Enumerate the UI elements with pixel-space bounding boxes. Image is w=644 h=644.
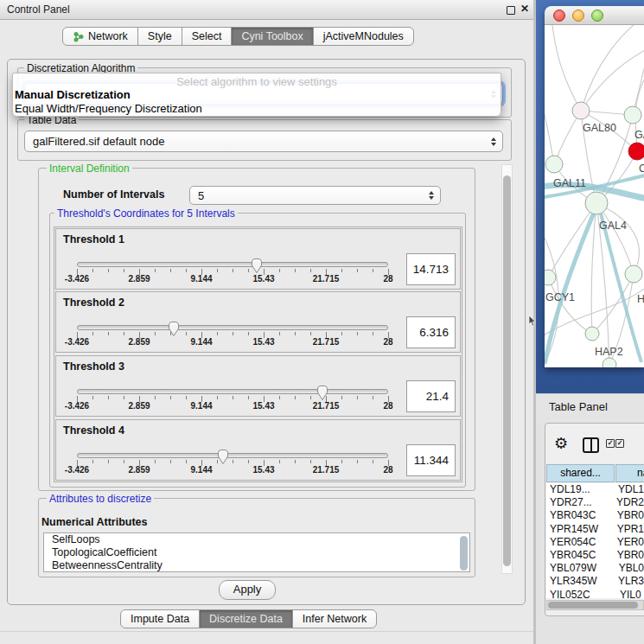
close-icon[interactable]: ✕ [520, 3, 529, 15]
network-node-gal4[interactable] [585, 192, 608, 214]
network-node-gal80[interactable] [572, 102, 590, 119]
network-node-h[interactable] [625, 265, 642, 283]
table-row[interactable]: YBR043CYBR0 [546, 509, 644, 522]
threshold-value-field[interactable]: 14.713 [406, 253, 456, 285]
columns-icon[interactable] [583, 437, 599, 453]
network-node[interactable] [603, 358, 616, 367]
control-panel-title-bar [0, 0, 536, 20]
network-canvas[interactable]: GAL80GACGAL11GAL4GCY1HHAP2 [545, 25, 644, 367]
table-rows[interactable]: YDL19...YDL1YDR27...YDR2YBR043CYBR0YPR14… [546, 483, 644, 598]
network-edge[interactable] [633, 42, 644, 115]
table-row[interactable]: YBR045CYBR0 [546, 549, 644, 562]
slider-tick [341, 396, 342, 399]
network-node-ga[interactable] [624, 106, 641, 124]
slider-tick-label: 9.144 [190, 465, 212, 475]
table-row[interactable]: YBL079WYBL0 [546, 562, 644, 575]
checkbox-icon[interactable]: ✓ [606, 439, 615, 448]
slider-tick [310, 269, 311, 272]
attribute-list-item[interactable]: SelfLoops [44, 533, 469, 546]
network-edge[interactable] [545, 94, 554, 164]
table-row[interactable]: YPR145WYPR1 [546, 523, 644, 536]
mac-close-icon[interactable] [553, 10, 565, 22]
tab-jactivemnodules[interactable]: jActiveMNodules [313, 27, 414, 46]
table-column-header[interactable]: shared... [546, 464, 615, 482]
network-node-hap2[interactable] [585, 327, 599, 341]
numerical-attributes-list[interactable]: SelfLoopsTopologicalCoefficientBetweenne… [43, 532, 470, 572]
tab-style[interactable]: Style [137, 27, 182, 46]
number-of-intervals-spinner[interactable]: 5 [189, 186, 441, 205]
table-hscrollbar-thumb[interactable] [548, 602, 638, 609]
tab-impute-data[interactable]: Impute Data [120, 609, 200, 628]
slider-track[interactable] [77, 262, 388, 267]
network-node-gcy1[interactable] [545, 270, 556, 285]
slider-tick [295, 269, 296, 272]
slider-tick [124, 460, 124, 463]
cell-shared-name: YLR345W [546, 575, 614, 588]
cell-shared-name: YPR145W [546, 523, 613, 536]
slider-tick [341, 460, 342, 463]
float-window-icon[interactable] [507, 6, 515, 15]
tab-label: Impute Data [131, 613, 189, 625]
network-edge[interactable] [552, 25, 581, 111]
slider-thumb[interactable] [167, 321, 181, 341]
attribute-list-item[interactable]: BetweennessCentrality [44, 559, 469, 572]
slider-tick-label: 15.43 [252, 337, 274, 347]
tab-infer-network[interactable]: Infer Network [292, 609, 377, 628]
slider-tick [373, 460, 373, 463]
network-highlight-edge[interactable] [600, 210, 641, 362]
slider-tick [108, 332, 109, 335]
slider-track[interactable] [77, 325, 388, 330]
cell-name: YBL0 [615, 562, 644, 575]
table-column-header[interactable]: name [615, 464, 644, 482]
threshold-value-field[interactable]: 21.4 [406, 380, 456, 412]
dropdown-option-equal-width[interactable]: Equal Width/Frequency Discretization [15, 102, 202, 115]
network-node-c[interactable] [628, 143, 644, 160]
table-row[interactable]: YDR27...YDR2 [546, 496, 644, 509]
slider-thumb[interactable] [316, 385, 329, 405]
tab-label: Select [192, 30, 222, 42]
network-highlight-edge[interactable] [545, 207, 596, 364]
mac-zoom-icon[interactable] [591, 10, 603, 22]
slider-tick [155, 332, 156, 335]
slider-track[interactable] [77, 389, 388, 394]
cell-name: YBR0 [613, 549, 644, 562]
apply-button[interactable]: Apply [219, 580, 276, 600]
table-row[interactable]: YER054CYER0 [546, 536, 644, 549]
tab-network[interactable]: Network [62, 27, 138, 46]
app-root: Control Panel ✕ NetworkStyleSelectCyni T… [0, 0, 644, 644]
slider-tick [186, 460, 187, 463]
slider-track[interactable] [77, 453, 388, 458]
slider-tick [248, 460, 249, 463]
tab-discretize-data[interactable]: Discretize Data [199, 609, 293, 628]
slider-tick [248, 332, 249, 335]
slider-tick-label: -3.426 [65, 337, 89, 347]
slider-thumb[interactable] [216, 449, 230, 469]
gear-icon[interactable]: ⚙ [554, 434, 568, 453]
table-row[interactable]: YIL052CYIL0 [546, 589, 644, 599]
network-edge[interactable] [591, 203, 596, 334]
slider-tick [279, 269, 280, 272]
attributes-list-scrollbar[interactable] [460, 536, 468, 571]
tab-select[interactable]: Select [182, 27, 233, 46]
panel-scrollbar-thumb[interactable] [503, 175, 511, 566]
slider-tick [92, 269, 93, 272]
tab-cyni-toolbox[interactable]: Cyni Toolbox [231, 27, 313, 46]
threshold-value-field[interactable]: 6.316 [406, 316, 456, 348]
network-node-gal11[interactable] [545, 156, 563, 173]
dropdown-option-manual[interactable]: Manual Discretization [15, 88, 131, 101]
attribute-list-item[interactable]: TopologicalCoefficient [44, 546, 469, 559]
mac-minimize-icon[interactable] [572, 10, 584, 22]
threshold-value-field[interactable]: 11.344 [406, 444, 456, 476]
slider-tick [108, 269, 109, 272]
slider-thumb[interactable] [250, 258, 264, 277]
table-row[interactable]: YDL19...YDL1 [546, 483, 644, 496]
network-edge[interactable] [581, 49, 644, 111]
top-tab-bar: NetworkStyleSelectCyni ToolboxjActiveMNo… [62, 27, 414, 46]
checkbox-icon[interactable]: ✓ [615, 439, 624, 448]
spinner-arrows-icon [429, 191, 434, 200]
table-data-combo[interactable]: galFiltered.sif default node [24, 131, 503, 152]
network-edge[interactable] [592, 274, 634, 334]
slider-tick-label: 9.144 [190, 401, 212, 411]
table-row[interactable]: YLR345WYLR3 [546, 575, 644, 588]
threshold-label: Threshold 1 [63, 233, 124, 245]
